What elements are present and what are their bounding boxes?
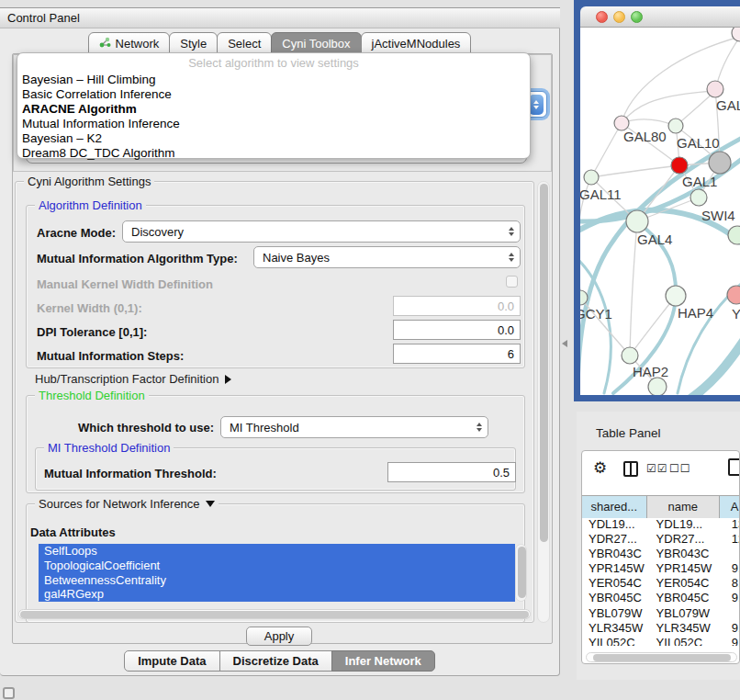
network-node-hap4[interactable] [666, 286, 686, 306]
minimize-traffic-light-icon[interactable] [613, 11, 625, 23]
network-edge[interactable] [690, 338, 740, 395]
attributes-scrollbar[interactable] [515, 544, 527, 602]
table-rows: YDL19...YDL19...13YDR27...YDR27...12YBR0… [582, 517, 740, 646]
attribute-item-selfloops[interactable]: SelfLoops [39, 544, 515, 559]
table-row[interactable]: YBL079WYBL079W [582, 606, 740, 621]
network-node[interactable] [728, 226, 740, 244]
which-threshold-combobox[interactable]: MI Threshold [220, 416, 488, 438]
control-panel-titlebar[interactable] [0, 7, 560, 28]
network-node-gal11[interactable] [584, 170, 599, 185]
settings-horizontal-scrollbar[interactable] [18, 609, 531, 619]
table-row[interactable]: YLR345WYLR345W9. [582, 621, 740, 636]
aracne-mode-value: Discovery [131, 225, 184, 239]
network-node-label: GCY1 [580, 306, 612, 322]
close-traffic-light-icon[interactable] [596, 11, 608, 23]
attribute-item-betweennesscentrality[interactable]: BetweennessCentrality [39, 573, 515, 588]
algorithm-option-bayesian-hill-climbing[interactable]: Bayesian – Hill Climbing [17, 73, 530, 87]
algorithm-popup: Select algorithm to view settings Bayesi… [17, 52, 531, 159]
attribute-item-gal4rgexp[interactable]: gal4RGexp [39, 587, 515, 602]
network-window-titlebar[interactable] [580, 6, 740, 28]
mi-algorithm-type-label: Mutual Information Algorithm Type: [37, 252, 238, 265]
network-node-y[interactable] [727, 286, 740, 304]
network-edge[interactable] [591, 123, 622, 177]
collapse-down-icon[interactable] [206, 501, 215, 507]
mi-threshold-field[interactable]: 0.5 [387, 462, 516, 482]
table-cell: YBR045C [582, 591, 653, 605]
network-node-gal4[interactable] [626, 210, 648, 232]
checked-pair-icon[interactable]: ☑☑ [646, 462, 668, 475]
table-row[interactable]: YIL052CYIL052C9. [582, 636, 740, 646]
network-edge[interactable] [622, 119, 676, 126]
network-canvas[interactable]: GALGAL80GAL10GAL1GAL11SWI4GAL4GCY1HAP4YH… [580, 28, 740, 395]
tab-cyni-toolbox[interactable]: Cyni Toolbox [271, 32, 361, 54]
columns-icon[interactable] [623, 461, 638, 477]
dpi-tolerance-field[interactable]: 0.0 [393, 320, 521, 340]
tab-select[interactable]: Select [217, 32, 272, 54]
algorithm-option-dream8-dc-tdc-algorithm[interactable]: Dream8 DC_TDC Algorithm [17, 146, 530, 161]
unchecked-pair-icon[interactable]: ☐☐ [669, 462, 691, 475]
combobox-spinner-icon[interactable] [509, 253, 514, 262]
table-cell: 9. [728, 561, 740, 576]
table-horizontal-scrollbar[interactable] [586, 652, 737, 662]
column-header-a[interactable]: A [720, 496, 740, 518]
table-panel-title: Table Panel [596, 426, 661, 440]
panel-collapse-arrow-icon[interactable] [562, 340, 567, 347]
expand-right-icon[interactable] [225, 375, 231, 384]
hub-factor-section[interactable]: Hub/Transcription Factor Definition [35, 372, 231, 386]
network-node-swi4[interactable] [690, 189, 707, 206]
table-row[interactable]: YDL19...YDL19...13 [582, 517, 740, 532]
algorithm-option-bayesian-k2[interactable]: Bayesian – K2 [17, 131, 530, 146]
network-node-label: GAL [716, 97, 740, 113]
network-edge[interactable] [676, 91, 715, 126]
network-node[interactable] [709, 152, 731, 174]
combobox-spinner-icon[interactable] [509, 227, 514, 236]
tab-network[interactable]: Network [88, 32, 171, 54]
zoom-traffic-light-icon[interactable] [631, 11, 643, 23]
data-attributes-list[interactable]: SelfLoopsTopologicalCoefficientBetweenne… [39, 544, 515, 602]
document-icon[interactable] [728, 458, 740, 476]
tab-jactivemnodules[interactable]: jActiveMNodules [361, 32, 472, 54]
attribute-item-topologicalcoefficient[interactable]: TopologicalCoefficient [39, 559, 515, 573]
table-cell: YBL079W [582, 606, 653, 621]
network-node-label: GAL11 [580, 186, 622, 202]
attributes-scrollbar-thumb[interactable] [518, 547, 526, 598]
tab-infer-network[interactable]: Infer Network [331, 650, 435, 672]
tab-impute-data[interactable]: Impute Data [124, 650, 219, 672]
network-edge[interactable] [591, 165, 679, 177]
aracne-mode-combobox[interactable]: Discovery [122, 220, 521, 243]
tab-discretize-data[interactable]: Discretize Data [219, 650, 332, 672]
settings-vertical-scrollbar[interactable] [537, 181, 550, 623]
algorithm-option-mutual-information-inference[interactable]: Mutual Information Inference [17, 117, 530, 131]
algorithm-option-aracne-algorithm[interactable]: ARACNE Algorithm [17, 102, 530, 117]
combobox-spinner-icon[interactable] [477, 423, 482, 432]
column-header-shared[interactable]: shared... [582, 496, 647, 518]
table-row[interactable]: YDR27...YDR27...12 [582, 532, 740, 547]
combobox-spinner-icon[interactable] [529, 95, 544, 115]
table-horizontal-scrollbar-thumb[interactable] [593, 654, 731, 661]
network-edge[interactable] [630, 221, 637, 356]
network-node-hap2[interactable] [622, 347, 638, 364]
minimized-panel-icon[interactable] [3, 687, 15, 699]
table-cell: 9. [728, 621, 740, 636]
gear-icon[interactable]: ⚙ [593, 458, 607, 478]
dpi-tolerance-label: DPI Tolerance [0,1]: [37, 325, 147, 339]
column-header-name[interactable]: name [647, 496, 720, 518]
settings-vertical-scrollbar-thumb[interactable] [540, 184, 548, 542]
tab-style[interactable]: Style [169, 32, 218, 54]
table-row[interactable]: YBR045CYBR045C9. [582, 591, 740, 605]
network-node-gal1[interactable] [671, 157, 688, 174]
network-node-gal[interactable] [707, 81, 723, 97]
network-icon [99, 37, 111, 51]
table-row[interactable]: YPR145WYPR145W9. [582, 561, 740, 576]
mi-algorithm-type-value: Naive Bayes [263, 251, 330, 265]
settings-horizontal-scrollbar-thumb[interactable] [20, 611, 529, 618]
apply-button[interactable]: Apply [246, 627, 312, 646]
table-row[interactable]: YER054CYER054C8. [582, 576, 740, 591]
table-cell: YER054C [582, 576, 653, 591]
network-node[interactable] [648, 378, 667, 395]
mi-steps-field[interactable]: 6 [393, 344, 521, 364]
algorithm-option-basic-correlation-inference[interactable]: Basic Correlation Inference [17, 87, 530, 102]
network-node-gal10[interactable] [668, 119, 683, 133]
mi-algorithm-type-combobox[interactable]: Naive Bayes [253, 246, 521, 268]
table-row[interactable]: YBR043CYBR043C [582, 547, 740, 561]
